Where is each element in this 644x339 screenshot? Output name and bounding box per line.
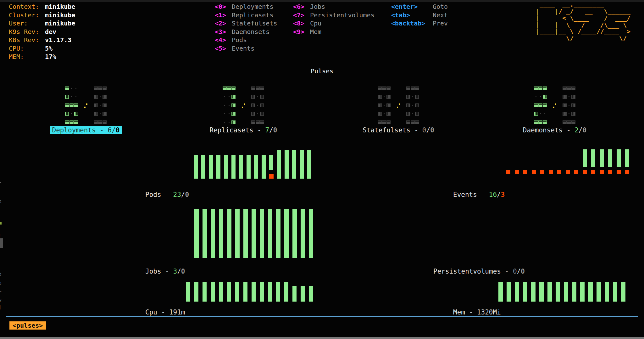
hotkey-item-prev[interactable]: <backtab>Prev [391, 19, 448, 28]
hotkey-item-deployments[interactable]: <0>Deployments [215, 3, 277, 11]
digit-cell [251, 120, 255, 124]
ok-bar [277, 150, 281, 179]
digit-cell [382, 120, 386, 124]
event-column [574, 149, 578, 174]
ok-bar [600, 149, 604, 167]
pulses-breadcrumb[interactable]: <pulses> [9, 321, 46, 330]
hotkey-item-goto[interactable]: <enter>Goto [391, 3, 448, 11]
digit-cell [406, 95, 410, 99]
hotkey-item-daemonsets[interactable]: <3>Daemonsets [215, 28, 277, 36]
ok-bar [515, 282, 519, 302]
hotkey-item-next[interactable]: <tab>Next [391, 11, 448, 19]
pulse-ok-count: 16 [489, 191, 497, 198]
ok-bar [556, 282, 560, 302]
event-column [617, 149, 621, 174]
info-value: minikube [45, 19, 75, 27]
digit-cell [563, 112, 567, 116]
pulse-slash: / [497, 191, 501, 198]
hotkey-item-mem[interactable]: <9>Mem [293, 28, 375, 36]
ok-bar [219, 282, 223, 302]
ok-bar [531, 282, 536, 302]
digit-cell [382, 95, 386, 99]
ok-bar [292, 150, 296, 179]
hotkey-key: <2> [215, 19, 232, 28]
hotkey-item-replicasets[interactable]: <1>Replicasets [215, 11, 277, 19]
hotkey-label: Mem [310, 28, 321, 36]
hotkey-item-cpu[interactable]: <8>Cpu [293, 19, 375, 28]
digit-cell [251, 112, 255, 116]
digit-cell [74, 112, 78, 116]
pulse-tile-replicasets[interactable]: Replicasets - 7/0 [190, 86, 297, 134]
hotkey-label: Prev [433, 19, 448, 27]
hotkey-label: Daemonsets [232, 28, 269, 36]
hotkey-item-pods[interactable]: <4>Pods [215, 36, 277, 44]
hotkey-label: Next [433, 11, 448, 19]
pulse-tile-statefulsets[interactable]: Statefulsets - 0/0 [345, 86, 452, 134]
cluster-info-row: K9s Rev:dev [9, 28, 75, 36]
digit-cell [260, 112, 264, 116]
digit-cell [378, 120, 382, 124]
digit-cell [382, 86, 386, 90]
pulse-label-name: Replicasets - [210, 126, 265, 134]
digit-cell [94, 120, 98, 124]
ok-bar [268, 209, 272, 258]
ok-bar [231, 155, 236, 179]
hotkey-label: Persistentvolumes [310, 11, 375, 19]
digit-cell [103, 95, 107, 99]
pulse-chart-cpu[interactable] [186, 282, 313, 302]
pulse-fault-count: 0 [185, 191, 189, 198]
digit-cell [231, 95, 236, 99]
hotkey-key: <9> [293, 28, 310, 36]
pulse-fault-count: 0 [273, 126, 277, 134]
fault-square [574, 170, 578, 174]
pulse-label-name: Persistentvolumes - [433, 268, 513, 275]
hotkey-item-jobs[interactable]: <6>Jobs [293, 3, 375, 11]
pulse-chart-jobs[interactable] [194, 209, 313, 258]
ok-bar [268, 282, 272, 302]
ok-bar [292, 209, 297, 258]
pulse-tile-daemonsets[interactable]: Daemonsets - 2/0 [501, 86, 608, 134]
fault-square [625, 170, 629, 174]
digit-cell [538, 120, 542, 124]
ok-bar [262, 155, 266, 179]
ok-bar [194, 282, 198, 302]
fault-square [557, 170, 561, 174]
digit-cell [74, 120, 78, 124]
digit-cell [378, 86, 382, 90]
digit-cell [69, 95, 74, 99]
hotkey-item-statefulsets[interactable]: <2>Statefulsets [215, 19, 277, 28]
digit-cell [227, 120, 231, 124]
digit-cell [378, 112, 382, 116]
window-bottom-edge [0, 337, 644, 339]
pulse-label-name: Deployments - [52, 126, 108, 134]
hotkey-item-persistentvolumes[interactable]: <7>Persistentvolumes [293, 11, 375, 19]
pulse-chart-pods[interactable] [194, 150, 311, 179]
ok-bar [201, 155, 205, 179]
pulse-label-deployments: Deployments - 6/0 [50, 126, 122, 134]
pulse-label-mem: Mem - 1320Mi [453, 308, 501, 316]
digit-cell [223, 95, 227, 99]
info-value: 5% [45, 45, 53, 52]
digit-cell [94, 112, 98, 116]
pulse-tile-deployments[interactable]: Deployments - 6/0 [32, 86, 139, 134]
hotkey-key: <tab> [391, 11, 433, 19]
digit-cell [411, 103, 415, 107]
digit-cell [223, 86, 227, 90]
ok-bar [300, 150, 304, 179]
digit-cell [538, 95, 542, 99]
ok-bar [617, 149, 621, 167]
digit-cell [260, 95, 264, 99]
pulse-chart-events[interactable] [506, 149, 629, 174]
info-value: minikube [45, 11, 75, 19]
edge-scroll-block [0, 238, 3, 248]
cluster-info-row: Context:minikube [9, 3, 75, 11]
digit-cell [406, 120, 410, 124]
pulse-chart-mem[interactable] [498, 282, 625, 302]
digit-cell [411, 86, 415, 90]
ok-bar [625, 149, 629, 167]
digit-cell [571, 120, 575, 124]
bar-gap [269, 170, 274, 174]
hotkey-menu-col2: <6>Jobs<7>Persistentvolumes<8>Cpu<9>Mem [293, 3, 375, 36]
event-column [591, 149, 595, 174]
hotkey-item-events[interactable]: <5>Events [215, 44, 277, 53]
